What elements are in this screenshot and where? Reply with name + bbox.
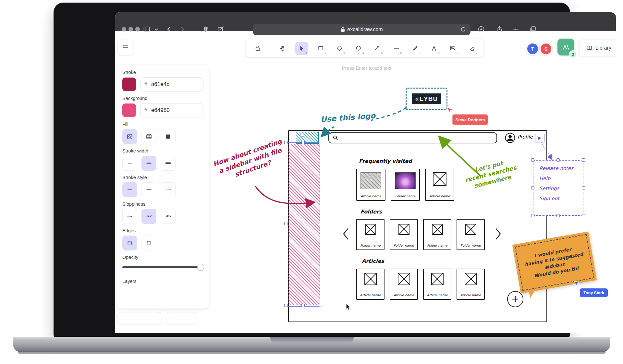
- wireframe-profile-dropdown[interactable]: [535, 134, 544, 142]
- teal-annotation[interactable]: Use this logo: [320, 111, 379, 124]
- selection-handle[interactable]: [582, 186, 585, 189]
- keybu-logo: «EYBU: [412, 93, 441, 104]
- sticky-note-line: sidebar.: [544, 261, 566, 271]
- screen-content: excalidraw.com: [115, 12, 616, 333]
- wireframe-profile-label[interactable]: Profile: [518, 134, 533, 140]
- sticky-note-line: I would prefer: [534, 246, 572, 259]
- selection-handle[interactable]: [531, 214, 534, 217]
- card-label: Article name: [460, 293, 481, 297]
- selection-handle[interactable]: [301, 141, 305, 144]
- wireframe-card[interactable]: Article name: [356, 169, 385, 201]
- selection-handle[interactable]: [319, 222, 322, 225]
- profile-menu-sketch[interactable]: Release notesHelpSettingsSign out: [533, 160, 583, 216]
- screenshot-stage: excalidraw.com: [0, 0, 623, 364]
- drawing-canvas[interactable]: Profile Frequently visited Article nameF…: [115, 31, 616, 333]
- card-label: Folder name: [360, 244, 380, 247]
- menu-item[interactable]: Settings: [539, 186, 577, 191]
- tony-cursor-label: Tony Stark: [580, 288, 608, 297]
- sticky-note-line: having it in suggested: [524, 251, 584, 268]
- selection-handle[interactable]: [531, 158, 534, 162]
- wireframe-card[interactable]: Article name: [425, 169, 454, 201]
- card-label: Article name: [394, 293, 414, 297]
- card-thumbnail: [360, 172, 381, 189]
- menu-item[interactable]: Release notes: [539, 165, 577, 171]
- wireframe-profile-avatar-icon[interactable]: [505, 132, 516, 143]
- selection-handle[interactable]: [284, 304, 287, 307]
- selection-handle[interactable]: [319, 141, 322, 144]
- card-thumbnail: [398, 273, 410, 285]
- section-title-folders[interactable]: Folders: [360, 209, 382, 215]
- card-thumbnail: [465, 273, 477, 285]
- selection-handle[interactable]: [284, 222, 287, 225]
- card-thumbnail: [431, 273, 444, 285]
- selection-outline: [286, 142, 322, 307]
- menu-item[interactable]: Sign out: [539, 196, 577, 201]
- steve-cursor-icon: [447, 108, 452, 113]
- carousel-right-chevron[interactable]: [495, 228, 502, 240]
- card-thumbnail: [364, 273, 377, 285]
- search-icon: [332, 135, 339, 141]
- section-title-articles[interactable]: Articles: [362, 258, 384, 264]
- wireframe-header-divider: [288, 145, 546, 145]
- wireframe-card[interactable]: Folder name: [390, 219, 418, 250]
- plus-icon: [512, 296, 519, 303]
- add-button[interactable]: [507, 291, 523, 307]
- browser-chrome: excalidraw.com: [115, 12, 616, 31]
- card-label: Folder name: [395, 194, 415, 198]
- wireframe-card[interactable]: Article name: [390, 269, 418, 300]
- logo-placeholder-shape[interactable]: [296, 132, 319, 144]
- card-thumbnail: [398, 224, 409, 235]
- selection-handle[interactable]: [556, 158, 560, 162]
- wireframe-search-bar[interactable]: [328, 132, 497, 143]
- carousel-left-chevron[interactable]: [342, 228, 349, 240]
- selection-handle[interactable]: [301, 304, 305, 307]
- wireframe-card[interactable]: Folder name: [423, 219, 451, 250]
- logo-chevron: «: [415, 95, 419, 103]
- wireframe-card[interactable]: Article name: [356, 269, 385, 300]
- logo-text: EYBU: [419, 95, 438, 103]
- section-title-frequently-visited[interactable]: Frequently visited: [359, 158, 412, 164]
- crimson-annotation[interactable]: How about creatinga sidebar with filestr…: [209, 136, 291, 185]
- chevron-down-icon: [538, 136, 542, 140]
- card-thumbnail: [395, 172, 416, 189]
- card-thumbnail: [432, 224, 443, 235]
- logo-dashed-frame[interactable]: «EYBU: [406, 88, 447, 110]
- traffic-light-minimize[interactable]: [128, 27, 133, 31]
- wireframe-card[interactable]: Folder name: [356, 219, 385, 250]
- sticky-note-line: Would do you thi: [533, 265, 579, 279]
- selection-handle[interactable]: [582, 158, 585, 162]
- selection-handle[interactable]: [319, 304, 322, 307]
- wireframe-card[interactable]: Article name: [423, 269, 451, 300]
- wireframe-card[interactable]: Article name: [457, 269, 485, 300]
- card-label: Article name: [360, 194, 381, 198]
- selection-handle[interactable]: [582, 214, 585, 217]
- wireframe-card[interactable]: Folder name: [457, 219, 485, 250]
- laptop-screen-bezel: excalidraw.com: [54, 3, 570, 337]
- traffic-light-zoom[interactable]: [135, 27, 140, 31]
- frequently-visited-cards: Article nameFolder nameArticle name: [356, 169, 454, 201]
- article-cards: Article nameArticle nameArticle nameArti…: [356, 269, 485, 300]
- card-label: Article name: [427, 293, 448, 297]
- menu-item[interactable]: Help: [539, 176, 577, 181]
- card-label: Folder name: [460, 244, 481, 247]
- card-label: Article name: [429, 194, 450, 198]
- selection-handle[interactable]: [300, 134, 303, 137]
- selection-handle[interactable]: [556, 214, 560, 217]
- folder-cards: Folder nameFolder nameFolder nameFolder …: [356, 219, 485, 250]
- card-label: Folder name: [394, 244, 414, 247]
- wireframe-card[interactable]: Folder name: [391, 169, 420, 201]
- card-thumbnail: [465, 224, 476, 235]
- laptop-notch: [270, 337, 354, 343]
- steve-cursor-label: Steve Rodgers: [452, 114, 488, 125]
- card-thumbnail: [433, 172, 446, 186]
- card-thumbnail: [365, 224, 376, 235]
- traffic-light-close[interactable]: [122, 27, 126, 31]
- selection-handle[interactable]: [531, 186, 534, 189]
- card-label: Folder name: [427, 244, 447, 247]
- card-label: Article name: [360, 293, 381, 297]
